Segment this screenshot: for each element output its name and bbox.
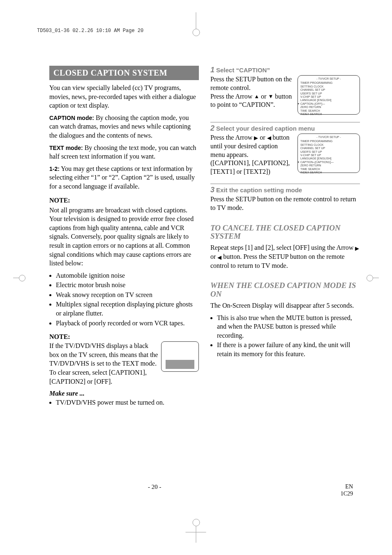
- arrow-right-icon: ▶: [355, 245, 359, 252]
- blackbox-screen-illustration: [161, 341, 199, 372]
- whenon-body: The On-Screen Display will disappear aft…: [210, 301, 360, 310]
- footer-code: EN1C29: [341, 484, 353, 497]
- step-3-heading: 3Exit the caption setting mode: [210, 186, 360, 194]
- step-1-number: 1: [210, 66, 214, 74]
- step-3-number: 3: [210, 186, 214, 194]
- osd-screen-1: - TV/VCR SETUP - TIMER PROGRAMMING SETTI…: [297, 75, 360, 115]
- one-two-paragraph: 1-2: You may get these captions or text …: [49, 164, 199, 191]
- note-heading-2: NOTE:: [49, 333, 199, 341]
- osd-line: INDEX SEARCH: [300, 113, 357, 116]
- arrow-right-icon: ▶: [254, 135, 258, 142]
- whenon-heading: WHEN THE CLOSED CAPTION MODE IS ON: [210, 281, 360, 299]
- osd-line: USER'S SET UP: [300, 92, 357, 95]
- list-item: Weak snowy reception on TV screen: [56, 290, 199, 299]
- section-title: CLOSED CAPTION SYSTEM: [49, 66, 199, 80]
- step-2-heading: 2Select your desired caption menu: [210, 124, 360, 133]
- crop-mark-left: [13, 278, 19, 278]
- list-item: Playback of poorly recorded or worn VCR …: [56, 319, 199, 328]
- caption-mode-label: CAPTION mode:: [49, 115, 94, 121]
- osd-title: - TV/VCR SETUP -: [300, 136, 357, 139]
- page-number: - 20 -: [148, 484, 161, 497]
- crop-mark-top: [196, 12, 196, 33]
- cancel-heading: TO CANCEL THE CLOSED CAPTION SYSTEM: [210, 224, 360, 241]
- step-2-title: Select your desired caption menu: [216, 125, 315, 132]
- text-mode-label: TEXT mode:: [49, 145, 83, 151]
- note-paragraph-1: Not all programs are broadcast with clos…: [49, 206, 199, 268]
- list-item: This is also true when the MUTE button i…: [217, 313, 360, 340]
- osd-line: TIMER PROGRAMMING: [300, 140, 357, 143]
- step-2-extra: ([CAPTION1], [CAPTION2], [TEXT1] or [TEX…: [210, 159, 293, 176]
- step-3-title: Exit the caption setting mode: [216, 187, 302, 193]
- whenon-bullets: This is also true when the MUTE button i…: [210, 313, 360, 359]
- list-item: Multiplex signal reception displaying pi…: [56, 300, 199, 318]
- arrow-up-icon: ▲: [254, 93, 259, 100]
- arrow-down-icon: ▼: [268, 93, 273, 100]
- arrow-left-icon: ◀: [217, 254, 221, 261]
- osd-line: SETTING CLOCK: [300, 143, 357, 147]
- osd-title: - TV/VCR SETUP -: [300, 77, 357, 81]
- make-sure-heading: Make sure ...: [49, 390, 199, 397]
- crop-mark-bottom: [196, 522, 196, 543]
- osd-line: ZERO RETURN: [300, 106, 357, 109]
- osd-line: CHANNEL SET UP: [300, 88, 357, 92]
- crop-mark-right: [373, 278, 379, 278]
- error-bullets: Automobile ignition noise Electric motor…: [49, 271, 199, 328]
- osd-line: TIME SEARCH: [300, 168, 357, 171]
- caption-mode-paragraph: CAPTION mode: By choosing the caption mo…: [49, 113, 199, 140]
- step-2-number: 2: [210, 124, 214, 132]
- osd-line: LANGUAGE [ENGLISH]: [300, 99, 357, 102]
- osd-line: INDEX SEARCH: [300, 171, 357, 174]
- step-1-heading: 1Select “CAPTION”: [210, 66, 360, 74]
- osd-line-selected: CAPTION–[CAPTION1]—: [300, 161, 357, 164]
- step-1-title: Select “CAPTION”: [216, 67, 270, 74]
- osd-line: CHANNEL SET UP: [300, 147, 357, 150]
- osd-line: V-CHIP SET UP: [300, 154, 357, 157]
- osd-line-selected: CAPTION–[OFF]—: [300, 102, 357, 106]
- note-heading-1: NOTE:: [49, 197, 199, 204]
- step-2-body: Press the Arrow ▶ or ◀ button until your…: [210, 134, 293, 159]
- list-item: Automobile ignition noise: [56, 271, 199, 280]
- osd-line: ZERO RETURN: [300, 164, 357, 167]
- cancel-body: Repeat steps [1] and [2], select [OFF] u…: [210, 243, 360, 270]
- osd-line: LANGUAGE [ENGLISH]: [300, 157, 357, 160]
- list-item: TV/DVD/VHS power must be turned on.: [56, 398, 199, 407]
- step-3-body: Press the SETUP button on the remote con…: [210, 195, 360, 212]
- step-1-body-a: Press the SETUP button on the remote con…: [210, 75, 293, 92]
- make-sure-list: TV/DVD/VHS power must be turned on.: [49, 398, 199, 407]
- osd-line: TIMER PROGRAMMING: [300, 81, 357, 85]
- osd-line: USER'S SET UP: [300, 150, 357, 154]
- one-two-label: 1-2:: [49, 166, 60, 172]
- list-item: Electric motor brush noise: [56, 281, 199, 290]
- osd-line: SETTING CLOCK: [300, 85, 357, 88]
- print-header: TD503_01-36 02.2.26 10:10 AM Page 20: [37, 28, 143, 34]
- list-item: If there is a power failure of any kind,…: [217, 341, 360, 358]
- intro-paragraph: You can view specially labeled (cc) TV p…: [49, 83, 199, 110]
- osd-screen-2: - TV/VCR SETUP - TIMER PROGRAMMING SETTI…: [297, 134, 360, 173]
- page-footer: - 20 - EN1C29: [58, 484, 353, 497]
- arrow-left-icon: ◀: [267, 135, 271, 142]
- one-two-text: You may get these captions or text infor…: [49, 165, 195, 190]
- text-mode-paragraph: TEXT mode: By choosing the text mode, yo…: [49, 143, 199, 161]
- note-paragraph-2: If the TV/DVD/VHS displays a black box o…: [49, 341, 159, 386]
- osd-line: V-CHIP SET UP: [300, 95, 357, 99]
- step-1-body-b: Press the Arrow ▲ or ▼ button to point t…: [210, 92, 293, 110]
- osd-line: TIME SEARCH: [300, 109, 357, 113]
